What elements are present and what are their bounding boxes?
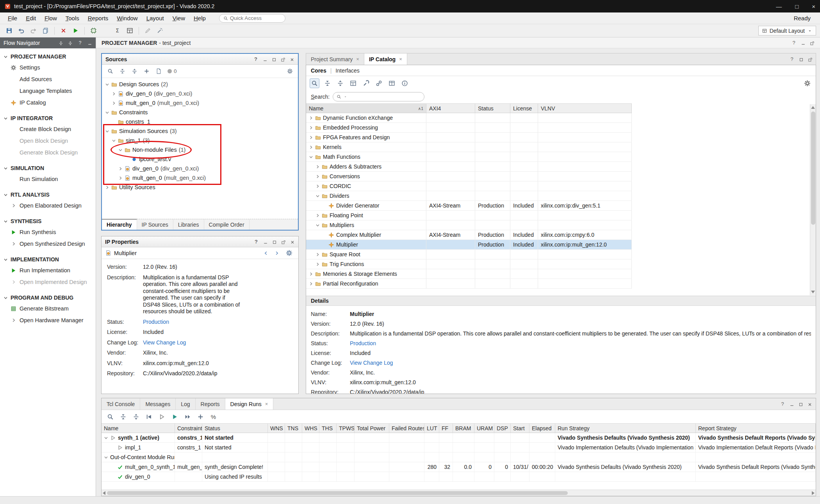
column-header-failed-routes[interactable]: Failed Routes bbox=[389, 424, 424, 433]
menu-reports[interactable]: Reports bbox=[84, 14, 112, 23]
chevron-expanded-icon[interactable] bbox=[105, 82, 109, 87]
menu-flow[interactable]: Flow bbox=[41, 14, 61, 23]
flow-item-generate-bitstream[interactable]: Generate Bitstream bbox=[0, 303, 96, 314]
flow-item-run-synthesis[interactable]: Run Synthesis bbox=[0, 226, 96, 238]
sources-doc-button[interactable] bbox=[154, 67, 163, 76]
column-header-wns[interactable]: WNS bbox=[268, 424, 285, 433]
scrollbar-thumb[interactable] bbox=[811, 112, 815, 225]
chevron-collapsed-icon[interactable] bbox=[316, 213, 320, 218]
run-row-out-of-context-module-runs[interactable]: Out-of-Context Module Runs bbox=[102, 453, 816, 462]
close-button[interactable] bbox=[808, 401, 812, 407]
ip-category-row-multipliers[interactable]: Multipliers bbox=[306, 220, 632, 230]
help-icon[interactable]: ? bbox=[253, 239, 259, 245]
ip-category-row-fpga-features-and-design[interactable]: FPGA Features and Design bbox=[306, 133, 632, 142]
tab-log[interactable]: Log bbox=[176, 398, 195, 410]
menu-view[interactable]: View bbox=[169, 14, 189, 23]
help-icon[interactable]: ? bbox=[253, 56, 258, 62]
column-header-ths[interactable]: THS bbox=[319, 424, 337, 433]
window-minimize-button[interactable]: — bbox=[776, 3, 782, 10]
column-header-axi4[interactable]: AXI4 bbox=[426, 104, 475, 113]
sources-settings-button[interactable] bbox=[285, 67, 294, 76]
runs-ffwd-button[interactable] bbox=[183, 412, 193, 422]
chevron-collapsed-icon[interactable] bbox=[316, 252, 320, 257]
ip-category-row-adders-subtracters[interactable]: Adders & Subtracters bbox=[306, 162, 632, 172]
flow-item-ip-catalog[interactable]: IP Catalog bbox=[0, 97, 96, 108]
ip-core-row-divider-generator[interactable]: Divider GeneratorAXI4-StreamProductionIn… bbox=[306, 201, 632, 211]
layout-button[interactable] bbox=[125, 26, 135, 36]
ip-category-row-trig-functions[interactable]: Trig Functions bbox=[306, 259, 632, 269]
help-icon[interactable]: ? bbox=[77, 40, 83, 46]
catalog-collapse-button[interactable] bbox=[323, 78, 332, 88]
ip-core-row-multiplier[interactable]: MultiplierProductionIncludedxilinx.com:i… bbox=[306, 240, 632, 250]
sweep-button[interactable] bbox=[155, 26, 165, 36]
column-header-constraints[interactable]: Constraints bbox=[175, 424, 202, 433]
ip-catalog-search-box[interactable] bbox=[333, 92, 424, 101]
sources-tree-item-sim-1[interactable]: sim_1 (3) bbox=[102, 136, 298, 145]
property-value[interactable]: Production bbox=[143, 319, 169, 326]
chevron-collapsed-icon[interactable] bbox=[309, 126, 313, 130]
column-header-license[interactable]: License bbox=[510, 104, 538, 113]
sum-button[interactable] bbox=[112, 26, 123, 36]
flow-item-create-block-design[interactable]: Create Block Design bbox=[0, 123, 96, 135]
scroll-right-arrow[interactable] bbox=[812, 491, 815, 495]
flow-item-open-hardware-manager[interactable]: Open Hardware Manager bbox=[0, 314, 96, 326]
column-header-elapsed[interactable]: Elapsed bbox=[529, 424, 555, 433]
run-row-impl-1[interactable]: impl_1constrs_1Not startedVivado Impleme… bbox=[102, 443, 816, 453]
run-row-mult-gen-0-synth-1[interactable]: mult_gen_0_synth_1mult_gen_0synth_design… bbox=[102, 462, 816, 472]
chevron-collapsed-icon[interactable] bbox=[309, 135, 313, 140]
ip-category-row-math-functions[interactable]: Math Functions bbox=[306, 152, 632, 162]
copy-button[interactable] bbox=[40, 26, 51, 36]
chevron-collapsed-icon[interactable] bbox=[309, 282, 313, 286]
details-header[interactable]: Details bbox=[306, 296, 816, 306]
scroll-up-arrow[interactable] bbox=[811, 106, 815, 109]
menu-help[interactable]: Help bbox=[190, 14, 210, 23]
help-icon[interactable]: ? bbox=[780, 401, 785, 407]
catalog-hierarchy-button[interactable] bbox=[348, 78, 358, 88]
ip-properties-settings-button[interactable] bbox=[284, 248, 294, 258]
column-header-run-strategy[interactable]: Run Strategy bbox=[555, 424, 696, 433]
scrollbar-track[interactable] bbox=[107, 491, 810, 495]
flow-item-language-templates[interactable]: Language Templates bbox=[0, 85, 96, 97]
column-header-total-power[interactable]: Total Power bbox=[355, 424, 389, 433]
sources-plus-button[interactable] bbox=[142, 67, 151, 76]
scrollbar-thumb[interactable] bbox=[107, 491, 568, 495]
property-value[interactable]: View Change Log bbox=[143, 339, 186, 346]
runs-play-button[interactable] bbox=[170, 412, 180, 422]
flow-section-header-simulation[interactable]: SIMULATION bbox=[0, 163, 96, 173]
float-button[interactable] bbox=[281, 56, 285, 62]
flow-section-header-ip-integrator[interactable]: IP INTEGRATOR bbox=[0, 113, 96, 123]
tab-ip-catalog[interactable]: IP Catalog× bbox=[364, 53, 407, 65]
sources-tab-compile-order[interactable]: Compile Order bbox=[204, 219, 250, 230]
flow-item-run-implementation[interactable]: Run Implementation bbox=[0, 264, 96, 276]
detail-value[interactable]: View Change Log bbox=[350, 360, 393, 366]
chevron-collapsed-icon[interactable] bbox=[112, 92, 116, 96]
column-header-vlnv[interactable]: VLNV bbox=[538, 104, 632, 113]
maximize-button[interactable] bbox=[799, 401, 803, 407]
flow-section-header-implementation[interactable]: IMPLEMENTATION bbox=[0, 254, 96, 264]
sources-tree-item-constrs-1[interactable]: constrs_1 bbox=[102, 117, 298, 126]
back-button[interactable] bbox=[262, 249, 270, 257]
collapse-button[interactable] bbox=[59, 40, 63, 46]
chevron-expanded-icon[interactable] bbox=[118, 148, 123, 152]
minimize-button[interactable] bbox=[263, 56, 267, 62]
runs-playo-button[interactable] bbox=[157, 412, 167, 422]
sources-tab-ip-sources[interactable]: IP Sources bbox=[137, 219, 173, 230]
flow-section-header-project-manager[interactable]: PROJECT MANAGER bbox=[0, 51, 96, 62]
sources-tree-item-ipcore-test-v[interactable]: ipcore_test.v bbox=[102, 154, 298, 164]
column-header-tpws[interactable]: TPWS bbox=[337, 424, 355, 433]
ip-catalog-settings-button[interactable] bbox=[802, 78, 812, 88]
flow-item-run-simulation[interactable]: Run Simulation bbox=[0, 173, 96, 185]
quick-access-input[interactable] bbox=[230, 15, 277, 21]
quick-access-box[interactable] bbox=[219, 14, 285, 23]
column-header-status[interactable]: Status bbox=[202, 424, 268, 433]
catalog-link-button[interactable] bbox=[374, 78, 384, 88]
chevron-collapsed-icon[interactable] bbox=[316, 184, 320, 188]
chevron-expanded-icon[interactable] bbox=[316, 194, 320, 198]
column-header-whs[interactable]: WHS bbox=[302, 424, 319, 433]
column-header-lut[interactable]: LUT bbox=[424, 424, 439, 433]
chevron-collapsed-icon[interactable] bbox=[309, 145, 313, 149]
help-icon[interactable]: ? bbox=[791, 40, 797, 46]
chevron-collapsed-icon[interactable] bbox=[118, 167, 123, 171]
close-icon[interactable]: × bbox=[356, 56, 359, 62]
flow-item-settings[interactable]: Settings bbox=[0, 62, 96, 73]
